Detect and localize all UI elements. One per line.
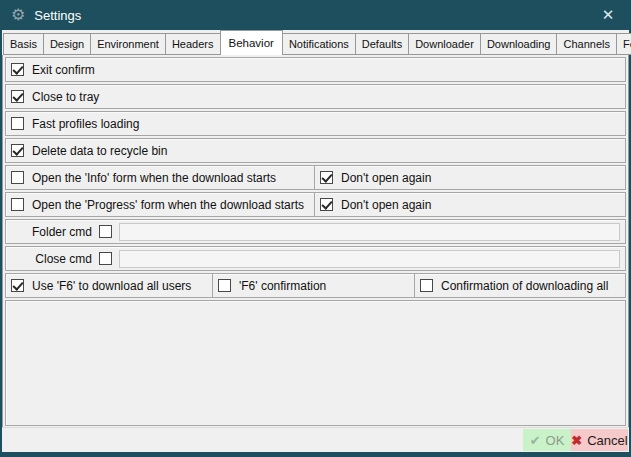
tab-downloader[interactable]: Downloader <box>408 33 481 55</box>
titlebar: ⚙ Settings ✕ <box>0 0 631 30</box>
ok-button[interactable]: ✔ OK <box>523 429 571 451</box>
tab-design[interactable]: Design <box>43 33 91 55</box>
open-info-cell: Open the 'Info' form when the download s… <box>6 166 314 189</box>
settings-window: ⚙ Settings ✕ Basis Design Environment He… <box>0 0 631 457</box>
tab-page-behavior: Exit confirm Close to tray Fast profiles… <box>2 54 629 427</box>
close-cmd-label: Close cmd <box>12 252 92 266</box>
gear-icon: ⚙ <box>11 7 25 23</box>
cancel-button-label: Cancel <box>587 433 627 448</box>
exit-confirm-label: Exit confirm <box>32 63 95 77</box>
f6-confirmation-label: 'F6' confirmation <box>239 279 326 293</box>
close-icon[interactable]: ✕ <box>595 0 621 30</box>
row-open-progress: Open the 'Progress' form when the downlo… <box>5 192 626 217</box>
tab-behavior[interactable]: Behavior <box>220 30 283 55</box>
delete-recycle-checkbox[interactable] <box>11 144 24 157</box>
open-progress-label: Open the 'Progress' form when the downlo… <box>32 198 304 212</box>
fast-profiles-label: Fast profiles loading <box>32 117 139 131</box>
use-f6-checkbox[interactable] <box>11 279 24 292</box>
confirm-download-all-cell: Confirmation of downloading all <box>414 274 625 297</box>
open-progress-checkbox[interactable] <box>11 198 24 211</box>
window-title: Settings <box>34 8 81 23</box>
tab-basis[interactable]: Basis <box>3 33 44 55</box>
tab-downloading[interactable]: Downloading <box>480 33 558 55</box>
row-f6-options: Use 'F6' to download all users 'F6' conf… <box>5 273 626 298</box>
cancel-x-icon: ✖ <box>571 433 582 448</box>
tab-headers[interactable]: Headers <box>165 33 221 55</box>
progress-dont-open-checkbox[interactable] <box>320 198 333 211</box>
fast-profiles-checkbox[interactable] <box>11 117 24 130</box>
tab-notifications[interactable]: Notifications <box>282 33 356 55</box>
tab-environment[interactable]: Environment <box>90 33 166 55</box>
use-f6-label: Use 'F6' to download all users <box>32 279 191 293</box>
tab-feed[interactable]: Feed <box>616 33 631 55</box>
open-info-checkbox[interactable] <box>11 171 24 184</box>
open-info-label: Open the 'Info' form when the download s… <box>32 171 276 185</box>
row-close-cmd: Close cmd <box>5 246 626 271</box>
folder-cmd-checkbox[interactable] <box>99 225 112 238</box>
ok-check-icon: ✔ <box>530 433 541 448</box>
button-bar: ✔ OK ✖ Cancel <box>2 427 629 452</box>
f6-confirmation-cell: 'F6' confirmation <box>212 274 414 297</box>
exit-confirm-checkbox[interactable] <box>11 63 24 76</box>
tab-channels[interactable]: Channels <box>556 33 616 55</box>
info-dont-open-label: Don't open again <box>341 171 431 185</box>
tab-defaults[interactable]: Defaults <box>355 33 409 55</box>
row-delete-recycle: Delete data to recycle bin <box>5 138 626 163</box>
close-to-tray-checkbox[interactable] <box>11 90 24 103</box>
close-cmd-input[interactable] <box>119 250 620 268</box>
row-close-to-tray: Close to tray <box>5 84 626 109</box>
close-cmd-checkbox[interactable] <box>99 252 112 265</box>
cancel-button[interactable]: ✖ Cancel <box>571 429 628 451</box>
row-exit-confirm: Exit confirm <box>5 57 626 82</box>
row-fast-profiles: Fast profiles loading <box>5 111 626 136</box>
empty-panel <box>5 300 626 426</box>
folder-cmd-label: Folder cmd <box>12 225 92 239</box>
ok-button-label: OK <box>546 433 565 448</box>
close-to-tray-label: Close to tray <box>32 90 99 104</box>
info-dont-open-checkbox[interactable] <box>320 171 333 184</box>
folder-cmd-input[interactable] <box>119 223 620 241</box>
delete-recycle-label: Delete data to recycle bin <box>32 144 167 158</box>
info-dont-open-cell: Don't open again <box>314 166 625 189</box>
f6-confirmation-checkbox[interactable] <box>218 279 231 292</box>
progress-dont-open-cell: Don't open again <box>314 193 625 216</box>
client-area: Basis Design Environment Headers Behavio… <box>2 30 629 452</box>
use-f6-cell: Use 'F6' to download all users <box>6 274 212 297</box>
progress-dont-open-label: Don't open again <box>341 198 431 212</box>
row-folder-cmd: Folder cmd <box>5 219 626 244</box>
row-open-info: Open the 'Info' form when the download s… <box>5 165 626 190</box>
confirm-download-all-label: Confirmation of downloading all <box>441 279 608 293</box>
confirm-download-all-checkbox[interactable] <box>420 279 433 292</box>
tab-bar: Basis Design Environment Headers Behavio… <box>2 30 629 55</box>
open-progress-cell: Open the 'Progress' form when the downlo… <box>6 193 314 216</box>
